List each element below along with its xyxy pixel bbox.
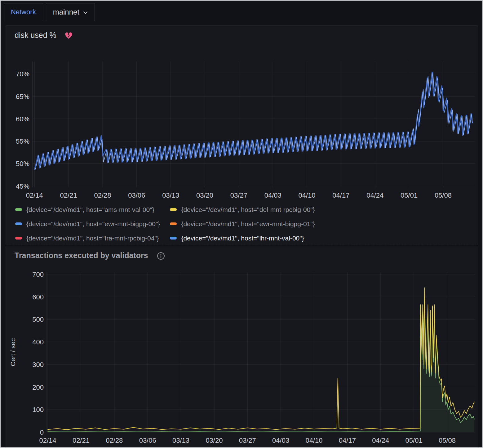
svg-text:300: 300 <box>32 361 44 369</box>
transactions-chart[interactable]: 02/1402/2102/2803/0603/1303/2003/2704/03… <box>6 262 478 448</box>
legend-label: {device="/dev/md1", host="lhr-mnt-val-00… <box>181 235 304 242</box>
legend: {device="/dev/md1", host="ams-mnt-val-00… <box>15 205 315 243</box>
disk-used-panel-header: disk used % <box>6 26 478 40</box>
svg-text:02/21: 02/21 <box>73 437 90 444</box>
dashboard-frame: Network mainnet disk used % 02/1402/2102… <box>0 0 483 448</box>
legend-swatch <box>15 237 22 240</box>
svg-text:05/08: 05/08 <box>439 437 456 444</box>
svg-text:0: 0 <box>40 428 44 436</box>
svg-text:04/03: 04/03 <box>264 191 281 199</box>
legend-label: {device="/dev/md1", host="ewr-mnt-bigpg-… <box>181 220 315 228</box>
legend-item[interactable]: {device="/dev/md1", host="ewr-mnt-bigpg-… <box>15 219 160 228</box>
network-variable-label-box[interactable]: Network <box>4 3 43 21</box>
svg-text:700: 700 <box>32 271 44 278</box>
svg-text:04/17: 04/17 <box>332 191 349 199</box>
svg-text:03/27: 03/27 <box>230 191 247 199</box>
svg-text:03/20: 03/20 <box>206 437 223 444</box>
svg-text:02/28: 02/28 <box>106 437 123 444</box>
svg-text:02/14: 02/14 <box>39 437 56 444</box>
svg-text:03/13: 03/13 <box>172 437 189 444</box>
variable-toolbar: Network mainnet <box>4 3 95 21</box>
svg-text:04/03: 04/03 <box>272 437 289 444</box>
svg-text:600: 600 <box>32 293 44 301</box>
svg-text:500: 500 <box>32 316 44 323</box>
broken-heart-icon <box>64 31 73 40</box>
svg-text:04/10: 04/10 <box>299 191 316 199</box>
svg-text:03/13: 03/13 <box>162 191 179 199</box>
legend-label: {device="/dev/md1", host="ams-mnt-val-00… <box>26 206 154 213</box>
legend-swatch <box>15 222 22 225</box>
chevron-down-icon <box>83 11 88 14</box>
legend-item[interactable]: {device="/dev/md1", host="ams-mnt-val-00… <box>15 205 160 214</box>
info-icon[interactable] <box>157 252 165 260</box>
svg-text:50%: 50% <box>16 160 29 168</box>
network-variable-dropdown[interactable]: mainnet <box>46 3 95 21</box>
legend-swatch <box>170 208 177 211</box>
disk-used-panel-title[interactable]: disk used % <box>15 31 56 40</box>
svg-text:04/10: 04/10 <box>305 437 322 444</box>
svg-text:05/08: 05/08 <box>435 191 452 199</box>
svg-text:70%: 70% <box>16 70 29 78</box>
transactions-panel: Transactions executed by validators 02/1… <box>6 246 478 447</box>
network-variable-label[interactable]: Network <box>11 8 36 16</box>
svg-text:65%: 65% <box>16 93 29 101</box>
svg-text:04/24: 04/24 <box>366 191 383 199</box>
transactions-panel-title[interactable]: Transactions executed by validators <box>15 251 148 260</box>
svg-text:03/06: 03/06 <box>128 191 145 199</box>
disk-used-panel: disk used % 02/1402/2102/2803/0603/1303/… <box>6 25 478 245</box>
svg-text:60%: 60% <box>16 115 29 123</box>
legend-swatch <box>15 208 22 211</box>
svg-text:02/21: 02/21 <box>60 191 77 199</box>
transactions-panel-header: Transactions executed by validators <box>6 246 478 260</box>
svg-text:02/14: 02/14 <box>26 191 43 199</box>
svg-text:55%: 55% <box>16 137 29 145</box>
legend-item[interactable]: {device="/dev/md1", host="fra-mnt-rpcbig… <box>15 234 160 243</box>
svg-text:400: 400 <box>32 338 44 346</box>
legend-item[interactable]: {device="/dev/md1", host="ewr-mnt-bigpg-… <box>170 219 315 228</box>
svg-text:04/17: 04/17 <box>339 437 356 444</box>
legend-label: {device="/dev/md1", host="del-mnt-rpcbig… <box>181 206 315 213</box>
legend-label: {device="/dev/md1", host="fra-mnt-rpcbig… <box>26 235 159 242</box>
svg-text:05/01: 05/01 <box>401 191 418 199</box>
svg-text:200: 200 <box>32 383 44 391</box>
svg-text:03/20: 03/20 <box>196 191 213 199</box>
legend-item[interactable]: {device="/dev/md1", host="lhr-mnt-val-00… <box>170 234 315 243</box>
legend-swatch <box>170 237 177 240</box>
svg-text:100: 100 <box>32 406 44 414</box>
legend-label: {device="/dev/md1", host="ewr-mnt-bigpg-… <box>26 220 160 228</box>
svg-text:Cert / sec: Cert / sec <box>9 338 16 366</box>
legend-swatch <box>170 222 177 225</box>
svg-text:02/28: 02/28 <box>94 191 111 199</box>
svg-text:04/24: 04/24 <box>372 437 389 444</box>
disk-used-chart[interactable]: 02/1402/2102/2803/0603/1303/2003/2704/03… <box>6 57 478 204</box>
legend-item[interactable]: {device="/dev/md1", host="del-mnt-rpcbig… <box>170 205 315 214</box>
network-variable-value[interactable]: mainnet <box>53 8 79 16</box>
svg-text:05/01: 05/01 <box>405 437 423 444</box>
svg-text:03/27: 03/27 <box>239 437 256 444</box>
svg-text:03/06: 03/06 <box>139 437 156 444</box>
svg-text:45%: 45% <box>16 182 29 190</box>
